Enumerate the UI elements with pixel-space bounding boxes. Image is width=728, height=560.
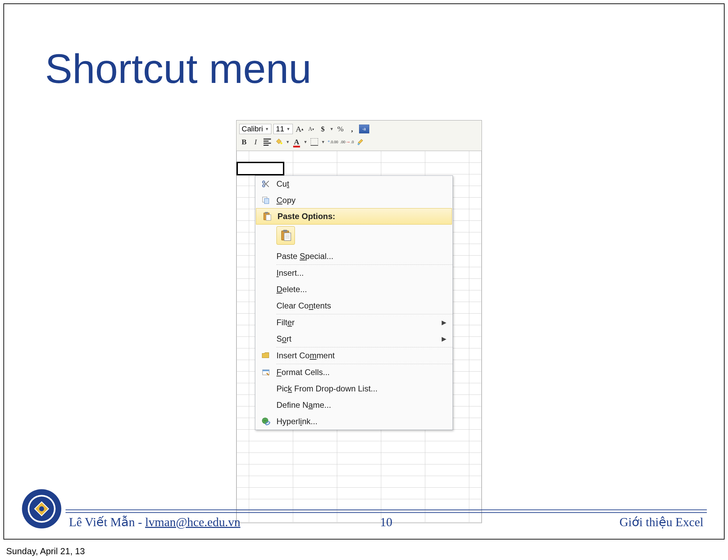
mini-toolbar-row-2: B I ▼ A ▼ xyxy=(239,135,479,148)
menu-item-define-name[interactable]: Define Name... xyxy=(255,397,453,413)
paste-options-row xyxy=(276,224,453,248)
menu-label: Paste Special... xyxy=(276,252,446,261)
clipboard-paste-icon xyxy=(280,229,292,242)
font-size-select[interactable]: 11 ▼ xyxy=(273,124,292,134)
decrease-decimal-button[interactable]: .00→.0 xyxy=(340,137,354,147)
slide-footer: Lê Viết Mẫn - lvman@hce.edu.vn 10 Giới t… xyxy=(21,509,707,529)
menu-item-delete[interactable]: Delete... xyxy=(255,281,453,298)
menu-label: Insert Comment xyxy=(276,351,446,360)
dropdown-arrow-icon: ▼ xyxy=(265,127,269,131)
format-painter-button[interactable] xyxy=(356,137,366,147)
menu-item-paste-options[interactable]: Paste Options: xyxy=(256,208,452,225)
context-menu: Cut Copy xyxy=(255,175,453,430)
font-color-icon: A xyxy=(294,138,299,146)
paint-bucket-icon xyxy=(275,138,283,146)
folder-comment-icon xyxy=(261,351,270,360)
bold-button[interactable]: B xyxy=(239,137,249,147)
currency-button[interactable]: $ xyxy=(318,124,328,134)
comma-button[interactable]: , xyxy=(347,124,357,134)
menu-item-insert-comment[interactable]: Insert Comment xyxy=(255,347,453,364)
align-icon xyxy=(263,139,271,146)
footer-rule xyxy=(66,509,707,510)
fill-color-button[interactable] xyxy=(274,137,284,147)
menu-label: Cut xyxy=(276,179,446,189)
percent-button[interactable]: % xyxy=(336,124,345,134)
excel-screenshot: Calibri ▼ 11 ▼ A▴ A▾ $ ▼ % , -a B I xyxy=(236,120,482,523)
svg-rect-15 xyxy=(262,370,269,371)
globe-link-icon xyxy=(261,417,270,426)
brush-icon xyxy=(357,138,365,146)
clipboard-icon xyxy=(262,212,272,221)
increase-decimal-button[interactable]: ⁺.0.00 xyxy=(327,137,338,147)
menu-label: Clear Contents xyxy=(276,301,446,311)
menu-label: Insert... xyxy=(276,268,446,278)
mini-toolbar-row-1: Calibri ▼ 11 ▼ A▴ A▾ $ ▼ % , -a xyxy=(239,123,479,135)
svg-rect-6 xyxy=(265,212,268,214)
svg-rect-9 xyxy=(283,230,287,232)
shrink-font-button[interactable]: A▾ xyxy=(306,124,316,134)
menu-label: Copy xyxy=(276,196,446,205)
svg-rect-7 xyxy=(266,215,271,220)
mini-toolbar: Calibri ▼ 11 ▼ A▴ A▾ $ ▼ % , -a B I xyxy=(237,120,482,151)
menu-label: Delete... xyxy=(276,285,446,294)
menu-label: Define Name... xyxy=(276,400,446,410)
menu-label: Hyperlink... xyxy=(276,417,446,426)
italic-button[interactable]: I xyxy=(251,137,260,147)
menu-item-sort[interactable]: Sort ▶ xyxy=(255,331,453,347)
slide-title: Shortcut menu xyxy=(45,45,311,92)
svg-rect-4 xyxy=(265,199,269,204)
footer-topic: Giới thiệu Excel xyxy=(619,515,703,529)
menu-label: Pick From Drop-down List... xyxy=(276,384,446,393)
format-cells-launcher-icon[interactable]: -a xyxy=(359,125,369,133)
footer-author: Lê Viết Mẫn - lvman@hce.edu.vn xyxy=(69,515,240,529)
submenu-arrow-icon: ▶ xyxy=(442,319,446,326)
align-button[interactable] xyxy=(262,137,272,147)
menu-label: Paste Options: xyxy=(277,212,445,221)
menu-label: Format Cells... xyxy=(276,368,446,377)
font-name-label: Calibri xyxy=(242,125,263,133)
menu-item-paste-special[interactable]: Paste Special... xyxy=(255,248,453,264)
presentation-date: Sunday, April 21, 13 xyxy=(6,546,85,557)
selected-cell[interactable] xyxy=(237,162,284,175)
menu-item-insert[interactable]: Insert... xyxy=(255,265,453,281)
border-icon xyxy=(311,138,318,146)
menu-item-filter[interactable]: Filter ▶ xyxy=(255,314,453,331)
font-name-select[interactable]: Calibri ▼ xyxy=(239,124,271,134)
menu-item-clear-contents[interactable]: Clear Contents xyxy=(255,298,453,314)
menu-item-hyperlink[interactable]: Hyperlink... xyxy=(255,413,453,430)
grow-font-button[interactable]: A▴ xyxy=(295,124,304,134)
dropdown-arrow-icon[interactable]: ▼ xyxy=(321,140,325,144)
footer-email[interactable]: lvman@hce.edu.vn xyxy=(145,515,240,529)
dropdown-arrow-icon[interactable]: ▼ xyxy=(303,140,308,144)
dropdown-arrow-icon[interactable]: ▼ xyxy=(330,127,334,131)
paste-default-button[interactable] xyxy=(276,226,295,245)
svg-point-0 xyxy=(281,142,283,144)
format-cells-icon xyxy=(261,368,270,377)
menu-item-copy[interactable]: Copy xyxy=(255,192,453,209)
borders-button[interactable] xyxy=(310,137,319,147)
menu-label: Filter xyxy=(276,318,442,327)
dropdown-arrow-icon[interactable]: ▼ xyxy=(286,140,290,144)
submenu-arrow-icon: ▶ xyxy=(442,335,446,343)
dropdown-arrow-icon: ▼ xyxy=(286,127,290,131)
spreadsheet-grid[interactable]: Cut Copy xyxy=(237,151,482,523)
slide-frame: Shortcut menu Calibri ▼ 11 ▼ A▴ A▾ $ ▼ %… xyxy=(3,3,725,540)
font-size-label: 11 xyxy=(276,125,284,133)
font-color-button[interactable]: A xyxy=(292,137,301,147)
menu-label: Sort xyxy=(276,334,442,344)
scissors-icon xyxy=(261,180,270,188)
menu-item-cut[interactable]: Cut xyxy=(255,176,453,192)
menu-item-format-cells[interactable]: Format Cells... xyxy=(255,364,453,380)
copy-icon xyxy=(261,196,270,205)
menu-item-pick-list[interactable]: Pick From Drop-down List... xyxy=(255,380,453,397)
